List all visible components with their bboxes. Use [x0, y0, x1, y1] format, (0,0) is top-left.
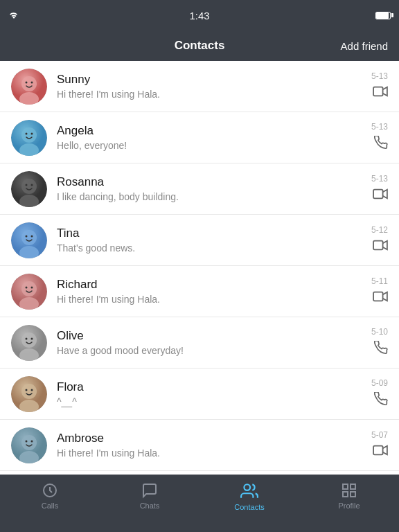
avatar	[11, 69, 47, 105]
tab-calls-label: Calls	[42, 502, 58, 510]
contact-meta: 5-13	[353, 174, 388, 204]
tab-chats[interactable]: Chats	[100, 482, 200, 510]
tab-contacts[interactable]: Contacts	[200, 482, 299, 511]
avatar	[11, 325, 47, 361]
contact-name: Flora	[57, 380, 353, 394]
svg-point-50	[26, 440, 28, 442]
list-item[interactable]: Angela Hello, everyone! 5-13	[0, 112, 399, 163]
add-friend-button[interactable]: Add friend	[341, 40, 388, 52]
avatar	[11, 376, 47, 412]
avatar	[11, 427, 47, 463]
contact-list: Sunny Hi there! I'm using Hala. 5-13	[0, 61, 399, 532]
tab-calls[interactable]: Calls	[0, 482, 100, 510]
tab-bar: Calls Chats Contacts Profile	[0, 475, 399, 532]
contact-date: 5-10	[371, 327, 388, 337]
contact-info: Ambrose Hi there! I'm using Hala.	[57, 432, 353, 459]
svg-point-5	[31, 81, 33, 83]
list-item[interactable]: Olive Have a good mood everyday! 5-10	[0, 317, 399, 369]
svg-rect-33	[373, 292, 383, 301]
contact-date: 5-13	[371, 174, 388, 184]
contact-name: Rosanna	[57, 175, 353, 189]
svg-point-36	[21, 332, 37, 348]
svg-point-18	[31, 184, 33, 186]
contact-status: Hi there! I'm using Hala.	[57, 294, 353, 305]
svg-point-17	[26, 184, 28, 186]
contact-name: Ambrose	[57, 432, 353, 445]
svg-point-29	[21, 281, 37, 296]
contacts-icon	[240, 482, 258, 500]
contact-action-icon[interactable]	[374, 341, 388, 358]
contact-info: Angela Hello, everyone!	[57, 124, 353, 151]
contact-action-icon[interactable]	[373, 444, 388, 460]
contact-name: Richard	[57, 278, 353, 292]
contact-action-icon[interactable]	[373, 290, 388, 306]
contact-info: Flora ^__^	[57, 380, 353, 407]
svg-point-24	[26, 235, 28, 237]
svg-rect-6	[373, 87, 383, 96]
contact-name: Olive	[57, 329, 353, 343]
contact-status: Hi there! I'm using Hala.	[57, 89, 353, 100]
contact-date: 5-07	[371, 430, 388, 440]
contact-action-icon[interactable]	[373, 85, 388, 101]
contact-meta: 5-13	[353, 71, 388, 101]
nav-header: Contacts Add friend	[0, 30, 399, 61]
svg-point-12	[31, 132, 33, 134]
contact-info: Olive Have a good mood everyday!	[57, 329, 353, 356]
tab-profile-label: Profile	[338, 502, 360, 510]
svg-rect-19	[373, 190, 383, 199]
svg-point-22	[21, 230, 37, 245]
svg-point-45	[31, 389, 33, 391]
contact-date: 5-12	[371, 225, 388, 235]
chat-icon	[141, 482, 158, 499]
contact-name: Angela	[57, 124, 353, 138]
svg-rect-56	[351, 484, 355, 489]
contact-info: Richard Hi there! I'm using Hala.	[57, 278, 353, 305]
contact-action-icon[interactable]	[374, 136, 388, 153]
svg-point-2	[21, 76, 37, 91]
contact-date: 5-13	[371, 71, 388, 81]
profile-icon	[341, 482, 357, 499]
contact-status: Hello, everyone!	[57, 140, 353, 151]
status-bar: 1:43	[0, 0, 399, 30]
list-item[interactable]: Richard Hi there! I'm using Hala. 5-11	[0, 266, 399, 317]
status-right	[375, 12, 391, 19]
svg-rect-26	[373, 241, 383, 250]
tab-chats-label: Chats	[140, 502, 160, 510]
contact-status: Have a good mood everyday!	[57, 345, 353, 356]
svg-point-42	[21, 384, 37, 399]
svg-point-32	[31, 286, 33, 288]
svg-point-48	[21, 435, 37, 450]
contact-info: Sunny Hi there! I'm using Hala.	[57, 73, 353, 100]
contact-date: 5-11	[371, 276, 388, 286]
contact-status: I like dancing, body building.	[57, 191, 353, 202]
status-left	[8, 11, 19, 19]
contact-meta: 5-09	[353, 378, 388, 409]
contact-date: 5-13	[371, 122, 388, 132]
contact-status: Hi there! I'm using Hala.	[57, 447, 353, 459]
svg-point-9	[21, 127, 37, 143]
contact-status: That's good news.	[57, 242, 353, 254]
svg-rect-52	[373, 446, 383, 455]
avatar	[11, 120, 47, 156]
battery-icon	[375, 12, 391, 19]
contact-meta: 5-10	[353, 327, 388, 358]
contact-info: Rosanna I like dancing, body building.	[57, 175, 353, 202]
clock-icon	[42, 482, 58, 499]
contact-action-icon[interactable]	[373, 239, 388, 255]
svg-point-11	[26, 132, 28, 134]
list-item[interactable]: Tina That's good news. 5-12	[0, 215, 399, 266]
contact-action-icon[interactable]	[373, 188, 388, 204]
contact-meta: 5-12	[353, 225, 388, 255]
contact-meta: 5-11	[353, 276, 388, 306]
svg-point-25	[31, 235, 33, 237]
list-item[interactable]: Sunny Hi there! I'm using Hala. 5-13	[0, 61, 399, 112]
contact-action-icon[interactable]	[374, 392, 388, 409]
contact-meta: 5-07	[353, 430, 388, 460]
svg-point-38	[26, 337, 28, 339]
svg-point-39	[31, 337, 33, 339]
list-item[interactable]: Flora ^__^ 5-09	[0, 369, 399, 420]
list-item[interactable]: Rosanna I like dancing, body building. 5…	[0, 163, 399, 215]
list-item[interactable]: Ambrose Hi there! I'm using Hala. 5-07	[0, 420, 399, 471]
avatar	[11, 274, 47, 310]
tab-profile[interactable]: Profile	[299, 482, 399, 510]
